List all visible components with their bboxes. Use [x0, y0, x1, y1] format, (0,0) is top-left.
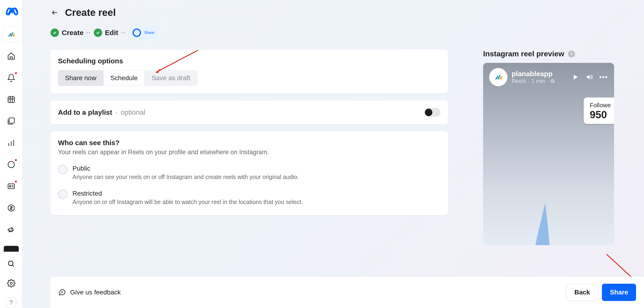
search-icon[interactable]: [6, 258, 17, 269]
check-icon: [94, 28, 102, 37]
restricted-label: Restricted: [72, 190, 303, 197]
preview-username: planableapp: [512, 70, 555, 78]
ads-icon[interactable]: [6, 224, 17, 235]
step-label: Edit: [105, 29, 118, 37]
step-separator: ••: [121, 30, 125, 36]
schedule-button[interactable]: Schedule: [103, 70, 145, 86]
collapsed-item-icon[interactable]: [4, 246, 19, 252]
visibility-subtitle: Your reels can appear in Reels on your p…: [58, 149, 440, 156]
playlist-separator: ·: [116, 108, 118, 116]
svg-line-17: [12, 265, 14, 267]
inbox-icon[interactable]: [6, 159, 17, 170]
step-label: Share: [144, 31, 154, 35]
svg-rect-6: [9, 118, 14, 123]
step-create[interactable]: Create: [50, 28, 84, 37]
visibility-option-restricted[interactable]: Restricted Anyone on or off Instagram wi…: [58, 190, 440, 205]
followers-count: 950: [590, 109, 610, 121]
svg-point-18: [10, 282, 12, 284]
preview-panel: Instagram reel preview i planableapp Ree…: [483, 49, 614, 245]
public-label: Public: [72, 165, 299, 172]
preview-meta: Reels · 1 min ·: [512, 78, 555, 84]
planner-icon[interactable]: [6, 94, 17, 105]
svg-point-10: [8, 161, 14, 168]
check-icon: [50, 28, 59, 37]
footer-bar: Give us feedback Back Share: [50, 277, 644, 308]
preview-graphic: [536, 203, 554, 245]
visibility-option-public[interactable]: Public Anyone can see your reels on or o…: [58, 165, 440, 180]
playlist-toggle[interactable]: [424, 108, 440, 117]
share-now-button[interactable]: Share now: [58, 70, 103, 86]
followers-label: Followe: [590, 102, 610, 109]
scheduling-title: Scheduling options: [58, 57, 440, 65]
radio-restricted[interactable]: [58, 190, 67, 199]
scheduling-card: Scheduling options Share now Schedule Sa…: [50, 49, 448, 93]
content-icon[interactable]: [6, 116, 17, 127]
current-step-ring-icon: [132, 28, 141, 37]
visibility-card: Who can see this? Your reels can appear …: [50, 131, 448, 215]
svg-point-12: [9, 185, 11, 187]
globe-icon: [550, 79, 555, 83]
playlist-card: Add to a playlist · optional: [50, 100, 448, 124]
playlist-optional: optional: [121, 108, 145, 116]
play-icon[interactable]: [572, 74, 579, 81]
home-icon[interactable]: [6, 50, 17, 61]
info-icon[interactable]: i: [568, 50, 575, 57]
svg-marker-23: [574, 75, 578, 79]
monetization-icon[interactable]: [6, 202, 17, 213]
restricted-desc: Anyone on or off Instagram will be able …: [72, 199, 303, 205]
stepper: Create •• Edit •• Share: [50, 26, 616, 39]
feedback-icon: [58, 289, 66, 296]
preview-avatar: [489, 68, 508, 86]
notifications-icon[interactable]: [6, 72, 17, 83]
settings-icon[interactable]: [6, 278, 17, 289]
save-draft-button[interactable]: Save as draft: [145, 70, 197, 86]
feedback-link[interactable]: Give us feedback: [58, 289, 121, 296]
back-arrow-icon[interactable]: [50, 8, 59, 17]
main-content: Create reel Create •• Edit •• Share Sc: [22, 0, 644, 308]
sidebar: ?: [0, 0, 22, 308]
step-edit[interactable]: Edit: [94, 28, 118, 37]
reel-preview: planableapp Reels · 1 min · •••: [483, 63, 614, 245]
page-title: Create reel: [65, 7, 116, 18]
visibility-title: Who can see this?: [58, 139, 440, 147]
step-share[interactable]: Share: [128, 26, 158, 39]
playlist-label: Add to a playlist: [58, 108, 112, 116]
svg-point-16: [8, 261, 13, 266]
volume-icon[interactable]: [586, 74, 592, 81]
svg-rect-0: [8, 97, 14, 103]
insights-icon[interactable]: [6, 137, 17, 148]
back-button[interactable]: Back: [566, 284, 598, 301]
followers-card: Followe 950: [584, 97, 614, 124]
more-icon[interactable]: •••: [599, 73, 608, 81]
share-button[interactable]: Share: [602, 284, 636, 301]
app-switcher-icon[interactable]: [3, 26, 20, 42]
radio-public[interactable]: [58, 165, 67, 174]
step-label: Create: [62, 29, 84, 37]
feedback-label: Give us feedback: [70, 289, 121, 296]
help-icon[interactable]: ?: [6, 297, 17, 308]
public-desc: Anyone can see your reels on or off Inst…: [72, 174, 299, 180]
step-separator: ••: [86, 30, 91, 36]
scheduling-options-group: Share now Schedule Save as draft: [58, 70, 197, 86]
preview-title: Instagram reel preview: [483, 49, 564, 58]
meta-logo[interactable]: [4, 5, 18, 20]
audience-icon[interactable]: [6, 181, 17, 192]
